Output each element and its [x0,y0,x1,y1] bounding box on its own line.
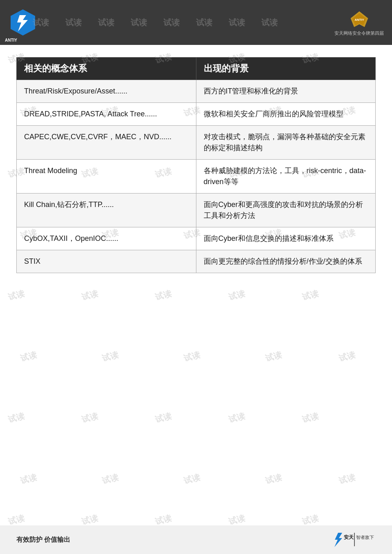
header-wm-7: 试读 [229,17,245,28]
svg-text:安天: 安天 [343,534,354,540]
table-cell-concept: Threat/Risk/Exposure/Asset...... [17,80,196,103]
antiy-text: ANTIY [5,38,17,42]
table-cell-concept: DREAD,STRIDE,PASTA, Attack Tree...... [17,103,196,126]
table-cell-background: 面向Cyber和更高强度的攻击和对抗的场景的分析工具和分析方法 [196,194,376,227]
header-watermarks: 试读 试读 试读 试读 试读 试读 试读 试读 [33,0,327,45]
table-cell-background: 微软和相关安全厂商所推出的风险管理模型 [196,103,376,126]
table-cell-concept: CybOX,TAXII，OpenIOC...... [17,227,196,250]
table-cell-concept: Kill Chain,钻石分析,TTP...... [17,194,196,227]
table-cell-background: 面向Cyber和信息交换的描述和标准体系 [196,227,376,250]
table-cell-concept: Threat Modeling [17,160,196,194]
header-right-logo: ANTIY 安天网络安全令牌第四届 [334,9,384,36]
right-logo-icon: ANTIY [347,9,372,29]
col1-header: 相关的概念体系 [17,58,196,80]
table-cell-concept: CAPEC,CWE,CVE,CVRF，MAEC，NVD...... [17,126,196,160]
header-wm-1: 试读 [33,17,49,28]
main-content: 相关的概念体系 出现的背景 Threat/Risk/Exposure/Asset… [0,45,392,281]
header-wm-6: 试读 [196,17,212,28]
table-cell-background: 面向更完整的综合性的情报分析/作业/交换的体系 [196,250,376,273]
footer-logo-svg: 安天 智者敌下 [331,531,376,549]
table-row: Threat/Risk/Exposure/Asset......西方的IT管理和… [17,80,376,103]
table-cell-concept: STIX [17,250,196,273]
header-wm-5: 试读 [163,17,180,28]
table-row: Kill Chain,钻石分析,TTP......面向Cyber和更高强度的攻击… [17,194,376,227]
header: ANTIY 试读 试读 试读 试读 试读 试读 试读 试读 ANTIY 安天网络… [0,0,392,45]
header-wm-8: 试读 [261,17,278,28]
table-row: CybOX,TAXII，OpenIOC......面向Cyber和信息交换的描述… [17,227,376,250]
footer-tagline: 有效防护 价值输出 [16,536,70,544]
table-cell-background: 西方的IT管理和标准化的背景 [196,80,376,103]
header-wm-2: 试读 [65,17,82,28]
table-row: STIX面向更完整的综合性的情报分析/作业/交换的体系 [17,250,376,273]
concepts-table: 相关的概念体系 出现的背景 Threat/Risk/Exposure/Asset… [16,57,376,273]
footer-logo: 安天 智者敌下 [331,531,376,549]
header-wm-4: 试读 [131,17,147,28]
table-row: Threat Modeling各种威胁建模的方法论，工具，risk-centri… [17,160,376,194]
table-cell-background: 各种威胁建模的方法论，工具，risk-centric，data-driven等等 [196,160,376,194]
svg-text:智者敌下: 智者敌下 [356,535,374,540]
table-row: CAPEC,CWE,CVE,CVRF，MAEC，NVD......对攻击模式，脆… [17,126,376,160]
table-row: DREAD,STRIDE,PASTA, Attack Tree......微软和… [17,103,376,126]
svg-text:ANTIY: ANTIY [354,18,364,21]
table-cell-background: 对攻击模式，脆弱点，漏洞等各种基础的安全元素的标定和描述结构 [196,126,376,160]
right-logo-text: 安天网络安全令牌第四届 [334,30,384,36]
header-wm-3: 试读 [98,17,114,28]
col2-header: 出现的背景 [196,58,376,80]
footer: 有效防护 价值输出 安天 智者敌下 [0,525,392,554]
svg-marker-5 [334,533,342,547]
